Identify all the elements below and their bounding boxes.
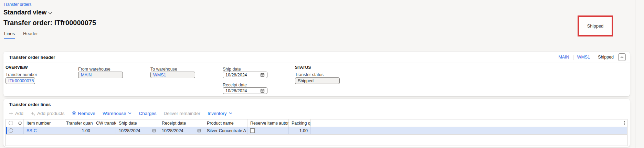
status-annotation-label: Shipped (587, 23, 604, 29)
divider (573, 55, 573, 60)
refresh-icon[interactable] (18, 121, 22, 125)
divider (594, 55, 594, 60)
lines-card-title: Transfer order lines (3, 99, 630, 107)
col-transfer-qty[interactable]: Transfer quan... (63, 119, 93, 127)
ship-date-cell[interactable]: 10/28/2024 (116, 127, 159, 134)
page-title: Transfer order: ITfr00000075 (3, 19, 96, 27)
item-number-link[interactable]: SS-C (27, 128, 37, 133)
charges-button[interactable]: Charges (139, 111, 156, 116)
reserve-items-cell[interactable] (247, 127, 289, 134)
add-products-button-label: Add products (37, 111, 65, 116)
transfer-status-label: Transfer status (295, 72, 324, 77)
from-warehouse-field[interactable]: MAIN (78, 72, 123, 78)
cw-transfer-cell[interactable] (93, 127, 116, 134)
remove-button[interactable]: Remove (72, 111, 95, 116)
plus-icon (9, 112, 13, 116)
chevron-down-icon (48, 11, 52, 14)
overview-group-label: OVERVIEW (6, 65, 28, 70)
summary-to-warehouse-link[interactable]: WMS1 (577, 55, 590, 60)
to-warehouse-field[interactable]: WMS1 (150, 72, 195, 78)
to-warehouse-value[interactable]: WMS1 (153, 73, 166, 77)
transfer-order-header-card: Transfer order header MAIN WMS1 Shipped … (3, 52, 630, 96)
calendar-icon[interactable] (260, 88, 265, 93)
col-packing-qty[interactable]: Packing qu... (289, 119, 311, 127)
ship-date-value: 10/28/2024 (225, 73, 247, 77)
calendar-icon[interactable] (260, 73, 265, 77)
deliver-remainder-button: Deliver remainder (163, 111, 200, 116)
chevron-up-icon (620, 56, 624, 59)
col-cw-transfer[interactable]: CW transfe... (93, 119, 116, 127)
grid-options-icon[interactable] (624, 121, 625, 125)
transfer-status-value: Shipped (298, 78, 314, 83)
ship-date-field[interactable]: 10/28/2024 (223, 72, 267, 78)
reserve-items-checkbox[interactable] (250, 128, 255, 133)
select-all-cell[interactable] (6, 119, 16, 127)
add-products-button: Add products (31, 111, 65, 116)
transfer-number-label: Transfer number (6, 72, 37, 77)
warehouse-menu-label: Warehouse (103, 111, 126, 116)
col-item-number[interactable]: Item number (24, 119, 63, 127)
summary-status: Shipped (598, 55, 614, 60)
row-filler (311, 127, 627, 134)
header-card-titlebar: Transfer order header MAIN WMS1 Shipped (3, 52, 630, 63)
view-selector[interactable]: Standard view (3, 9, 52, 16)
item-number-cell[interactable]: SS-C (24, 127, 63, 134)
transfer-number-value[interactable]: ITfr00000075 (8, 78, 34, 83)
col-product-name[interactable]: Product name (204, 119, 247, 127)
header-card-body: OVERVIEW Transfer number ITfr00000075 Fr… (3, 63, 630, 96)
from-warehouse-value[interactable]: MAIN (81, 73, 92, 77)
status-annotation-box: Shipped (578, 15, 613, 36)
collapse-section-button[interactable] (618, 53, 626, 61)
scroll-gutter-divider (635, 0, 635, 148)
receipt-date-field[interactable]: 10/28/2024 (223, 87, 267, 94)
add-button: Add (9, 111, 23, 116)
transfer-status-field: Shipped (295, 77, 340, 84)
header-card-title: Transfer order header (9, 55, 55, 60)
tab-header[interactable]: Header (23, 31, 38, 39)
transfer-qty-cell[interactable]: 1.00 (63, 127, 93, 134)
inventory-menu-label: Inventory (208, 111, 227, 116)
table-row[interactable]: SS-C 1.00 10/28/2024 10/28/2024 Silver C… (6, 127, 627, 135)
add-products-icon (31, 112, 35, 116)
header-summary: MAIN WMS1 Shipped (558, 53, 626, 61)
remove-button-label: Remove (78, 111, 95, 116)
deliver-remainder-label: Deliver remainder (163, 111, 200, 116)
calendar-icon[interactable] (152, 129, 156, 133)
to-warehouse-label: To warehouse (150, 67, 177, 72)
add-button-label: Add (15, 111, 23, 116)
tab-lines[interactable]: Lines (4, 31, 15, 39)
grid-header-row: Item number Transfer quan... CW transfe.… (6, 119, 627, 127)
row-select-radio[interactable] (9, 128, 13, 133)
receipt-date-cell-value: 10/28/2024 (162, 128, 183, 133)
charges-button-label: Charges (139, 111, 156, 116)
row-select-cell[interactable] (6, 127, 16, 134)
breadcrumb[interactable]: Transfer orders (3, 2, 32, 7)
receipt-date-cell[interactable]: 10/28/2024 (159, 127, 204, 134)
trash-icon (72, 111, 76, 116)
summary-from-warehouse-link[interactable]: MAIN (558, 55, 569, 60)
transfer-order-lines-card: Transfer order lines Add Add products Re… (3, 99, 630, 147)
view-selector-label: Standard view (3, 9, 46, 16)
chevron-down-icon (128, 112, 131, 115)
ship-date-label: Ship date (223, 67, 241, 72)
chevron-down-icon (229, 112, 232, 115)
col-receipt-date[interactable]: Receipt date (159, 119, 204, 127)
status-group-label: STATUS (295, 65, 311, 70)
from-warehouse-label: From warehouse (78, 67, 110, 72)
calendar-icon[interactable] (197, 129, 201, 133)
tab-strip: Lines Header (4, 31, 38, 39)
product-name-cell[interactable]: Silver Concentrate A (204, 127, 247, 134)
warehouse-menu-button[interactable]: Warehouse (103, 111, 132, 116)
inventory-menu-button[interactable]: Inventory (208, 111, 232, 116)
ship-date-cell-value: 10/28/2024 (119, 128, 140, 133)
grid-header-filler (311, 119, 627, 127)
row-refresh-cell (16, 127, 24, 134)
refresh-cell[interactable] (16, 119, 24, 127)
col-ship-date[interactable]: Ship date (116, 119, 159, 127)
packing-qty-cell[interactable]: 1.00 (289, 127, 311, 134)
col-reserve-items[interactable]: Reserve items automatically (247, 119, 289, 127)
select-all-radio[interactable] (9, 121, 13, 125)
transfer-number-field[interactable]: ITfr00000075 (6, 77, 35, 84)
receipt-date-label: Receipt date (223, 83, 247, 87)
receipt-date-value: 10/28/2024 (225, 88, 247, 93)
